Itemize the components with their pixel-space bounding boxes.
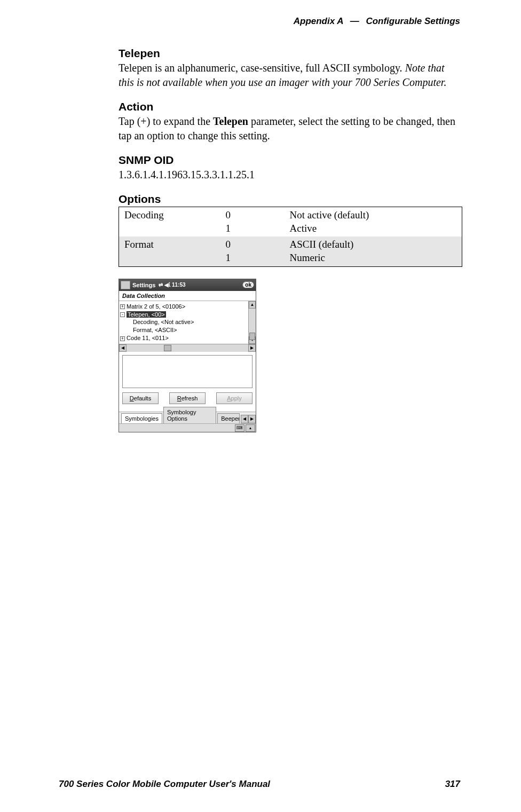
cell-num: 0 1 xyxy=(220,207,285,237)
desc0: Not active (default) xyxy=(290,209,369,220)
table-row: Decoding 0 1 Not active (default) Active xyxy=(119,207,462,237)
vertical-scrollbar[interactable]: ▲ ▼ xyxy=(248,301,256,344)
apply-button: Apply xyxy=(216,392,252,404)
mnemonic: R xyxy=(177,395,181,401)
heading-options: Options xyxy=(119,193,462,206)
value-editor-panel[interactable] xyxy=(122,355,252,388)
action-body: Tap (+) to expand the Telepen parameter,… xyxy=(119,114,462,143)
tree-label: Format, <ASCII> xyxy=(133,327,177,333)
num0: 0 xyxy=(226,209,231,220)
telepen-body-plain: Telepen is an alphanumeric, case-sensiti… xyxy=(119,62,405,74)
refresh-button[interactable]: Refresh xyxy=(169,392,206,404)
tab-nav-left[interactable]: ◀ xyxy=(241,415,248,423)
heading-snmp: SNMP OID xyxy=(119,154,462,167)
section-telepen: Telepen Telepen is an alphanumeric, case… xyxy=(119,47,462,90)
button-label: pply xyxy=(231,395,242,401)
desc1: Numeric xyxy=(290,252,325,263)
tab-beeper[interactable]: Beeper xyxy=(217,413,240,423)
mnemonic: D xyxy=(130,395,134,401)
cell-name: Decoding xyxy=(119,207,220,237)
cell-name: Format xyxy=(119,236,220,266)
desc1: Active xyxy=(290,223,317,234)
defaults-button[interactable]: Defaults xyxy=(122,392,159,404)
scroll-left-button[interactable]: ◀ xyxy=(119,344,127,352)
page-body: Telepen Telepen is an alphanumeric, case… xyxy=(119,43,462,432)
applet-title: Data Collection xyxy=(119,291,256,301)
tree-item-decoding[interactable]: Decoding, <Not active> xyxy=(120,318,247,326)
action-bold: Telepen xyxy=(213,115,248,127)
button-label: efaults xyxy=(134,395,151,401)
scroll-track[interactable] xyxy=(249,309,256,336)
section-options: Options Decoding 0 1 Not active (default… xyxy=(119,193,462,267)
options-table: Decoding 0 1 Not active (default) Active… xyxy=(119,207,462,267)
sip-row: ⌨ ▴ xyxy=(119,423,256,432)
window-title: Settings xyxy=(132,282,155,288)
status-icons: ⇄ ◀ἰ 11:53 xyxy=(159,282,185,288)
running-header: Appendix A — Configurable Settings xyxy=(294,16,460,27)
cell-num: 0 1 xyxy=(220,236,285,266)
button-label: efresh xyxy=(181,395,198,401)
manual-title: 700 Series Color Mobile Computer User's … xyxy=(59,779,270,790)
page-footer: 700 Series Color Mobile Computer User's … xyxy=(59,779,460,790)
scroll-thumb[interactable] xyxy=(164,345,171,351)
cell-desc: ASCII (default) Numeric xyxy=(285,236,462,266)
header-title: Configurable Settings xyxy=(366,16,460,26)
collapse-icon[interactable]: - xyxy=(120,312,125,317)
page-number: 317 xyxy=(445,779,460,790)
action-pre: Tap (+) to expand the xyxy=(119,115,213,127)
heading-action: Action xyxy=(119,100,462,113)
tree-label: Telepen, <00> xyxy=(127,311,166,318)
section-snmp: SNMP OID 1.3.6.1.4.1.1963.15.3.3.1.1.25.… xyxy=(119,154,462,182)
scroll-thumb[interactable] xyxy=(249,333,255,340)
tree-item-code11[interactable]: +Code 11, <011> xyxy=(120,334,247,342)
scroll-up-button[interactable]: ▲ xyxy=(249,301,256,309)
tree-label: Code 11, <011> xyxy=(127,335,169,341)
start-menu-icon[interactable] xyxy=(121,281,130,289)
settings-tree[interactable]: +Matrix 2 of 5, <01006> -Telepen, <00> D… xyxy=(119,301,248,344)
table-row: Format 0 1 ASCII (default) Numeric xyxy=(119,236,462,266)
tab-nav-right[interactable]: ▶ xyxy=(248,415,256,423)
header-sep: — xyxy=(346,16,364,26)
keyboard-icon[interactable]: ⌨ xyxy=(235,424,244,432)
num1: 1 xyxy=(226,223,231,234)
scroll-right-button[interactable]: ▶ xyxy=(248,344,256,352)
num1: 1 xyxy=(226,252,231,263)
tree-area: +Matrix 2 of 5, <01006> -Telepen, <00> D… xyxy=(119,301,256,344)
heading-telepen: Telepen xyxy=(119,47,462,60)
horizontal-scrollbar[interactable]: ◀ ▶ xyxy=(119,344,256,352)
tab-symbology-options[interactable]: Symbology Options xyxy=(163,407,216,423)
tree-item-format[interactable]: Format, <ASCII> xyxy=(120,326,247,334)
sip-arrow-icon[interactable]: ▴ xyxy=(246,424,255,432)
tab-nav: ◀ ▶ xyxy=(241,415,256,423)
expand-icon[interactable]: + xyxy=(120,336,125,341)
tree-item-matrix[interactable]: +Matrix 2 of 5, <01006> xyxy=(120,303,247,311)
snmp-value: 1.3.6.1.4.1.1963.15.3.3.1.1.25.1 xyxy=(119,168,462,182)
settings-screenshot: Settings ⇄ ◀ἰ 11:53 ok Data Collection +… xyxy=(119,279,256,432)
section-action: Action Tap (+) to expand the Telepen par… xyxy=(119,100,462,143)
tree-label: Matrix 2 of 5, <01006> xyxy=(127,303,185,310)
scroll-track[interactable] xyxy=(127,344,248,352)
tree-label: Decoding, <Not active> xyxy=(133,319,194,325)
telepen-body: Telepen is an alphanumeric, case-sensiti… xyxy=(119,61,462,90)
mnemonic: A xyxy=(227,395,231,401)
desc0: ASCII (default) xyxy=(290,239,354,250)
tab-symbologies[interactable]: Symbologies xyxy=(121,413,162,423)
window-titlebar: Settings ⇄ ◀ἰ 11:53 ok xyxy=(119,279,256,291)
expand-icon[interactable]: + xyxy=(120,304,125,309)
tab-row: Symbologies Symbology Options Beeper ◀ ▶ xyxy=(119,412,256,423)
clock-text: 11:53 xyxy=(172,282,186,288)
header-appendix: Appendix A xyxy=(294,16,343,26)
ok-button[interactable]: ok xyxy=(242,281,254,288)
cell-desc: Not active (default) Active xyxy=(285,207,462,237)
tree-item-telepen[interactable]: -Telepen, <00> xyxy=(120,311,247,319)
num0: 0 xyxy=(226,239,231,250)
